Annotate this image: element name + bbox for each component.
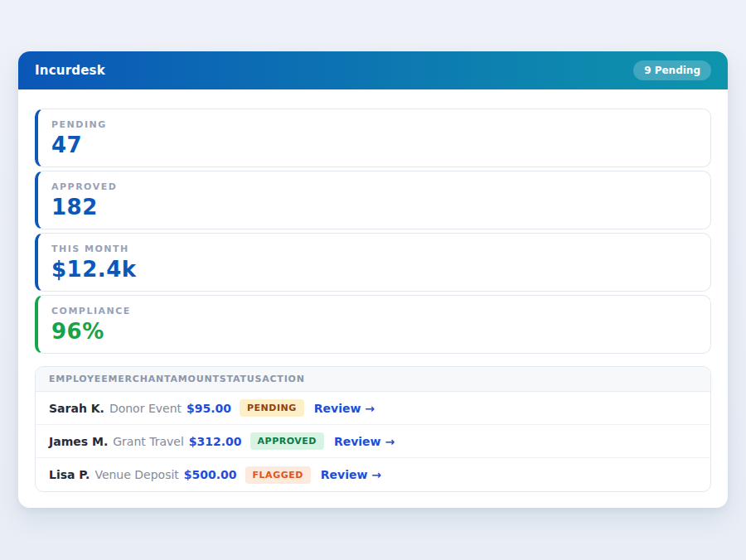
stat-card-pending: PENDING 47 bbox=[35, 109, 711, 167]
table-row: James M. Grant Travel $312.00 APPROVED R… bbox=[36, 425, 710, 458]
employee-name: Lisa P. bbox=[49, 468, 90, 481]
stat-value: 182 bbox=[51, 195, 697, 220]
employee-name: Sarah K. bbox=[49, 402, 104, 415]
table-row: Sarah K. Donor Event $95.00 PENDING Revi… bbox=[36, 392, 710, 425]
status-badge: APPROVED bbox=[250, 432, 324, 450]
stat-value: $12.4k bbox=[51, 257, 697, 282]
employee-name: James M. bbox=[49, 435, 108, 448]
expense-table: EMPLOYEEMERCHANTAMOUNTSTATUSACTION Sarah… bbox=[35, 366, 711, 492]
column-header-amount: AMOUNT bbox=[170, 374, 219, 384]
stat-value: 96% bbox=[51, 319, 697, 344]
table-row: Lisa P. Venue Deposit $500.00 FLAGGED Re… bbox=[36, 458, 710, 491]
column-header-employee: EMPLOYEE bbox=[49, 374, 109, 384]
app-title: Incurdesk bbox=[35, 63, 105, 78]
amount-value: $312.00 bbox=[189, 435, 242, 448]
table-body: Sarah K. Donor Event $95.00 PENDING Revi… bbox=[36, 392, 710, 491]
status-badge: PENDING bbox=[240, 399, 304, 417]
stat-value: 47 bbox=[51, 133, 697, 157]
amount-value: $95.00 bbox=[186, 402, 231, 415]
merchant-name: Grant Travel bbox=[113, 435, 184, 448]
amount-value: $500.00 bbox=[184, 468, 237, 481]
status-badge: FLAGGED bbox=[245, 466, 311, 484]
review-link[interactable]: Review → bbox=[314, 402, 375, 415]
merchant-name: Donor Event bbox=[109, 402, 182, 415]
review-link[interactable]: Review → bbox=[334, 435, 395, 448]
review-link[interactable]: Review → bbox=[321, 468, 381, 481]
expense-dashboard-card: Incurdesk 9 Pending PENDING 47 APPROVED … bbox=[18, 51, 728, 508]
table-header-row: EMPLOYEEMERCHANTAMOUNTSTATUSACTION bbox=[36, 367, 710, 392]
stat-card-this-month: THIS MONTH $12.4k bbox=[35, 233, 711, 292]
card-body: PENDING 47 APPROVED 182 THIS MONTH $12.4… bbox=[18, 89, 728, 508]
stat-label: APPROVED bbox=[51, 181, 697, 192]
column-header-action: ACTION bbox=[262, 374, 305, 384]
app-header: Incurdesk 9 Pending bbox=[18, 51, 728, 89]
stat-card-compliance: COMPLIANCE 96% bbox=[35, 295, 711, 354]
column-header-merchant: MERCHANT bbox=[109, 374, 171, 384]
stats-list: PENDING 47 APPROVED 182 THIS MONTH $12.4… bbox=[35, 109, 711, 354]
stat-label: PENDING bbox=[51, 119, 697, 130]
merchant-name: Venue Deposit bbox=[94, 468, 178, 481]
stat-card-approved: APPROVED 182 bbox=[35, 171, 711, 229]
stat-label: COMPLIANCE bbox=[51, 306, 697, 316]
stat-label: THIS MONTH bbox=[51, 244, 697, 254]
column-header-status: STATUS bbox=[220, 374, 262, 384]
pending-count-badge: 9 Pending bbox=[633, 60, 711, 80]
